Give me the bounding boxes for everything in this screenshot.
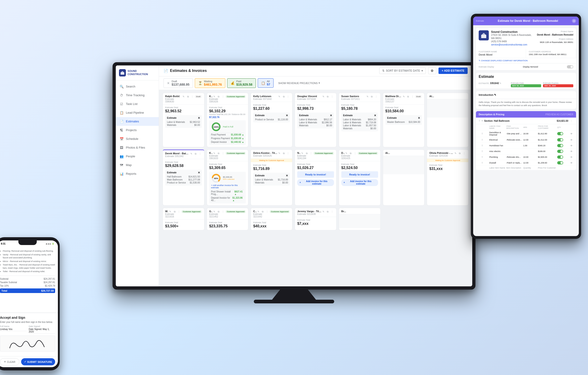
edit-icon[interactable]: ✎ [257,210,260,214]
edit-icon[interactable]: ✎ [277,95,281,99]
drag-handle-icon[interactable]: ⠿ [479,120,480,122]
add-invoice-button-2[interactable]: + Add invoice for this estimate [341,179,378,186]
more-icon[interactable]: ⋮ [190,95,194,99]
drag-handle-icon[interactable]: ⠿ [482,156,488,158]
more-icon[interactable]: ⋮ [353,152,357,155]
copy-icon[interactable]: ⧉ [217,95,220,99]
more-icon[interactable]: ⋮ [330,210,334,214]
more-icon[interactable]: ⋮ [570,119,573,123]
edit-icon[interactable]: ✎ [212,95,216,99]
project-meta: Customer Name Derek Morel Customer Addre… [476,49,576,58]
drag-handle-icon[interactable]: ⠿ [482,133,488,135]
edit-icon[interactable]: ✎ [366,95,369,99]
more-icon[interactable]: ⋮ [309,152,313,155]
sidebar-item-lead-pipeline[interactable]: 📋 Lead Pipeline [116,108,159,117]
add-estimate-button[interactable]: + ADD ESTIMATE [439,68,468,74]
submit-signature-button[interactable]: ✓ SUBMIT SIGNATURE [21,358,55,365]
tablet-close-button[interactable]: ✕ [572,19,576,23]
edit-icon[interactable]: ✎ [277,152,281,155]
toggle-visible[interactable] [557,144,563,147]
edit-icon[interactable]: ✎ [212,152,216,155]
copy-icon[interactable]: ⧉ [217,152,220,155]
copy-icon[interactable]: ⧉ [186,95,190,99]
copy-icon[interactable]: ⧉ [194,152,198,156]
toggle-visible[interactable] [557,138,563,141]
sidebar-item-estimates[interactable]: 📄 Estimates [116,117,159,126]
add-invoice-button[interactable]: + Add invoice for this estimate [297,179,334,186]
clear-button[interactable]: ✕ CLEAR [0,358,19,365]
draft-icon: ✕ [167,81,170,85]
sidebar-item-search[interactable]: 🔍 Search [116,82,159,91]
sidebar-item-schedule[interactable]: 📅 Schedule [116,135,159,143]
more-icon[interactable]: ⋮ [198,152,202,156]
more-icon[interactable]: ⋮ [462,152,466,155]
collapse-icon[interactable]: ▾ [482,120,483,122]
edit-icon[interactable]: ✎ [322,95,325,99]
edit-icon[interactable]: ✎ [454,152,457,155]
more-icon[interactable]: ⋮ [286,152,290,155]
revenue-toggle[interactable]: SHOW REVENUE PROJECTIONS ▾ [278,82,320,84]
visibility-icon[interactable]: 👁 [570,132,573,135]
copy-icon[interactable]: ⧉ [305,152,308,155]
sort-button[interactable]: ⇅ SORT BY ESTIMATE DATE ▾ [379,68,426,74]
filter-icon[interactable]: ⚙ [428,67,436,74]
toggle-visible[interactable] [557,156,563,159]
visibility-icon[interactable]: 👁 [570,161,573,165]
edit-icon[interactable]: ✎ [402,95,406,99]
edit-icon[interactable]: ✎ [212,210,216,214]
more-icon[interactable]: ⋮ [265,210,269,214]
visibility-icon[interactable]: 👁 [570,149,573,153]
visibility-icon[interactable]: 👁 [570,138,573,142]
visibility-icon[interactable]: 👁 [570,155,573,159]
more-icon[interactable]: ⋮ [330,95,334,99]
copy-icon[interactable]: ⧉ [217,210,220,214]
sidebar-item-time-tracking[interactable]: ⏱ Time Tracking [116,91,159,100]
sidebar-item-reports[interactable]: 📊 Reports [116,169,159,178]
edit-icon[interactable]: ✎ [182,95,185,99]
sidebar-item-projects[interactable]: 🏗 Projects [116,126,159,135]
edit-icon[interactable]: ✎ [189,152,193,156]
sidebar-item-photos-files[interactable]: 🖼 Photos & Files [116,143,159,152]
toggle-visible[interactable] [557,161,563,164]
more-icon[interactable]: ⋮ [221,152,225,155]
copy-icon[interactable]: ⧉ [282,95,285,99]
schedule-icon: 📅 [119,137,124,141]
copy-icon[interactable]: ⧉ [458,152,462,155]
edit-icon[interactable]: ✎ [345,152,348,155]
toggle-visible[interactable] [557,132,563,135]
visibility-icon[interactable]: 👁 [570,144,573,147]
edit-icon[interactable]: ✎ [168,210,172,214]
toggle-visible[interactable] [557,150,563,153]
copy-icon[interactable]: ⧉ [406,95,410,99]
estimate-card-debra: Debra Kostov - Tile Ins... Estimate 3201… [251,149,292,206]
more-icon[interactable]: ⋮ [177,210,181,214]
copy-icon[interactable]: ⧉ [261,210,265,214]
copy-icon[interactable]: ⧉ [326,210,330,214]
signature-box[interactable] [0,335,55,352]
more-icon[interactable]: ⋮ [221,95,225,99]
copy-icon[interactable]: ⧉ [173,210,176,214]
drag-handle-icon[interactable]: ⠿ [482,150,488,153]
sidebar-item-task-list[interactable]: ☑ Task List [116,100,159,108]
more-icon[interactable]: ⋮ [286,95,290,99]
copy-icon[interactable]: ⧉ [370,95,374,99]
copy-icon[interactable]: ⧉ [349,152,353,155]
drag-handle-icon[interactable]: ⠿ [482,162,488,164]
copy-icon[interactable]: ⧉ [282,152,285,155]
tab-paid[interactable]: 💰 Paid $19,929.58 [227,78,256,88]
sidebar-item-people[interactable]: 👥 People [116,152,159,161]
phone-totals: Subtotal $24,297.81 Taxable Subtotal $24… [0,276,55,293]
more-icon[interactable]: ⋮ [221,210,225,214]
tab-waiting[interactable]: ⏳ Waiting $461,993.76 [195,78,225,88]
tab-draft[interactable]: ✕ Draft $137,688.95 [164,78,193,88]
edit-icon[interactable]: ✎ [300,152,304,155]
sidebar-item-map[interactable]: 🗺 Map [116,161,159,169]
tab-all[interactable]: 📋 All 57 [258,78,273,88]
preview-customer-button[interactable]: PREVIEW AS CUSTOMER [545,113,573,116]
more-icon[interactable]: ⋮ [411,95,414,99]
copy-icon[interactable]: ⧉ [326,95,330,99]
edit-icon[interactable]: ✎ [322,210,325,214]
more-icon[interactable]: ⋮ [374,95,378,99]
drag-handle-icon[interactable]: ⠿ [482,145,488,147]
drag-handle-icon[interactable]: ⠿ [482,139,488,141]
